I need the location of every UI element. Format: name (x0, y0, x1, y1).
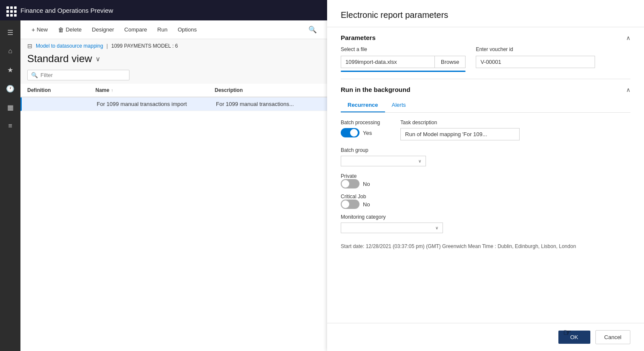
task-description-input[interactable] (400, 128, 520, 140)
table-header: Definition Name ↑ Description (20, 84, 327, 97)
file-progress-bar (341, 71, 466, 72)
batch-group-field: Batch group ∨ (341, 147, 426, 166)
batch-toggle-row: Yes (341, 128, 380, 137)
tabs-row: Recurrence Alerts (341, 98, 630, 113)
cell-description: For 1099 manual transactions... (216, 101, 320, 107)
monitoring-category-group: Monitoring category ∨ (341, 214, 630, 233)
breadcrumb-separator: | (106, 43, 108, 49)
compare-button[interactable]: Compare (120, 24, 151, 35)
data-table: Definition Name ↑ Description For 1099 m… (20, 84, 327, 351)
delete-icon: 🗑 (58, 26, 64, 33)
panel-footer: OK Cancel (327, 323, 644, 351)
private-row: Private No (341, 173, 630, 188)
breadcrumb-link[interactable]: Model to datasource mapping (36, 43, 103, 49)
voucher-param-group: Enter voucher id (476, 46, 595, 68)
background-section: Run in the background ∧ Recurrence Alert… (327, 79, 644, 240)
file-input-row: Browse (341, 56, 466, 68)
new-icon: + (32, 26, 35, 33)
delete-button[interactable]: 🗑 Delete (54, 24, 86, 36)
sort-icon[interactable]: ↑ (111, 88, 113, 93)
title-chevron-icon[interactable]: ∨ (95, 55, 101, 63)
panel-title: Electronic report parameters (341, 10, 630, 20)
parameters-section-header: Parameters ∧ (341, 34, 630, 46)
ok-button[interactable]: OK (558, 331, 590, 344)
options-button[interactable]: Options (173, 24, 201, 35)
critical-row: Critical Job No (341, 194, 630, 209)
batch-group-row: Batch group ∨ (341, 147, 630, 166)
sidebar-item-home[interactable]: ⌂ (2, 43, 19, 60)
right-panel: Electronic report parameters Parameters … (327, 0, 644, 351)
app-grid-icon[interactable] (5, 5, 15, 15)
critical-toggle[interactable] (341, 200, 359, 209)
filter-bar: 🔍 (20, 68, 327, 84)
col-header-description: Description (215, 87, 320, 93)
file-input[interactable] (341, 56, 434, 68)
breadcrumb: ⊟ Model to datasource mapping | 1099 PAY… (20, 39, 327, 51)
critical-toggle-row: No (341, 200, 630, 209)
voucher-label: Enter voucher id (476, 46, 595, 52)
start-date-text: Start date: 12/28/2021 (03:37:05 pm) (GM… (327, 240, 644, 253)
sidebar-item-workspaces[interactable]: ▦ (2, 99, 19, 116)
cancel-button[interactable]: Cancel (595, 330, 630, 344)
designer-button[interactable]: Designer (88, 24, 118, 35)
search-button[interactable]: 🔍 (305, 23, 320, 36)
panel-header: Electronic report parameters (327, 0, 644, 27)
browse-button[interactable]: Browse (434, 56, 466, 68)
batch-processing-label: Batch processing (341, 120, 380, 126)
sidebar: ☰ ⌂ ★ 🕐 ▦ ≡ (0, 20, 20, 351)
filter-icon[interactable]: ⊟ (27, 43, 32, 49)
background-section-header: Run in the background ∧ (341, 86, 630, 98)
col-header-name: Name ↑ (95, 87, 215, 93)
batch-form-row: Batch processing Yes Task description (341, 120, 630, 140)
tab-recurrence[interactable]: Recurrence (341, 98, 385, 112)
batch-group-chevron-icon: ∨ (418, 159, 421, 163)
background-collapse-icon[interactable]: ∧ (626, 86, 630, 93)
private-toggle-value: No (363, 181, 370, 187)
critical-toggle-value: No (363, 201, 370, 208)
main-area: + New 🗑 Delete Designer Compare Run Opti… (20, 20, 327, 351)
page-title: Standard view ∨ (27, 53, 320, 65)
batch-toggle-value: Yes (363, 130, 372, 136)
batch-group-label: Batch group (341, 147, 426, 153)
critical-job-label: Critical Job (341, 194, 630, 200)
parameters-section: Parameters ∧ Select a file Browse Enter … (327, 27, 644, 79)
new-button[interactable]: + New (27, 24, 52, 36)
cell-definition (29, 101, 97, 107)
private-toggle-row: No (341, 179, 630, 188)
sidebar-item-menu[interactable]: ☰ (2, 24, 19, 41)
batch-toggle[interactable] (341, 128, 359, 137)
table-row[interactable]: For 1099 manual transactions import For … (20, 97, 327, 111)
sidebar-item-favorites[interactable]: ★ (2, 61, 19, 78)
parameters-collapse-icon[interactable]: ∧ (626, 34, 630, 41)
voucher-input[interactable] (476, 56, 595, 68)
parameters-section-title: Parameters (341, 34, 376, 41)
breadcrumb-current: 1099 PAYMENTS MODEL : 6 (111, 43, 178, 49)
task-description-label: Task description (400, 120, 520, 126)
params-grid: Select a file Browse Enter voucher id (341, 46, 630, 72)
sidebar-item-recent[interactable]: 🕐 (2, 80, 19, 97)
monitoring-select[interactable]: ∨ (341, 223, 443, 233)
private-label: Private (341, 173, 630, 179)
col-header-definition: Definition (27, 87, 95, 93)
sidebar-item-modules[interactable]: ≡ (2, 117, 19, 134)
file-param-group: Select a file Browse (341, 46, 466, 72)
toolbar: + New 🗑 Delete Designer Compare Run Opti… (20, 20, 327, 39)
cell-name: For 1099 manual transactions import (97, 101, 216, 107)
private-toggle[interactable] (341, 179, 359, 188)
filter-input-container: 🔍 (27, 70, 129, 80)
task-description-group: Task description (400, 120, 520, 140)
background-section-title: Run in the background (341, 86, 410, 93)
filter-search-icon: 🔍 (31, 72, 38, 78)
filter-input[interactable] (40, 72, 126, 78)
run-button[interactable]: Run (153, 24, 172, 35)
monitoring-chevron-icon: ∨ (435, 225, 438, 230)
batch-group-select[interactable]: ∨ (341, 156, 426, 166)
tab-alerts[interactable]: Alerts (385, 98, 413, 112)
batch-processing-group: Batch processing Yes (341, 120, 380, 137)
page-title-bar: Standard view ∨ (20, 51, 327, 68)
select-file-label: Select a file (341, 46, 466, 52)
app-title: Finance and Operations Preview (20, 7, 113, 14)
monitoring-label: Monitoring category (341, 214, 630, 220)
